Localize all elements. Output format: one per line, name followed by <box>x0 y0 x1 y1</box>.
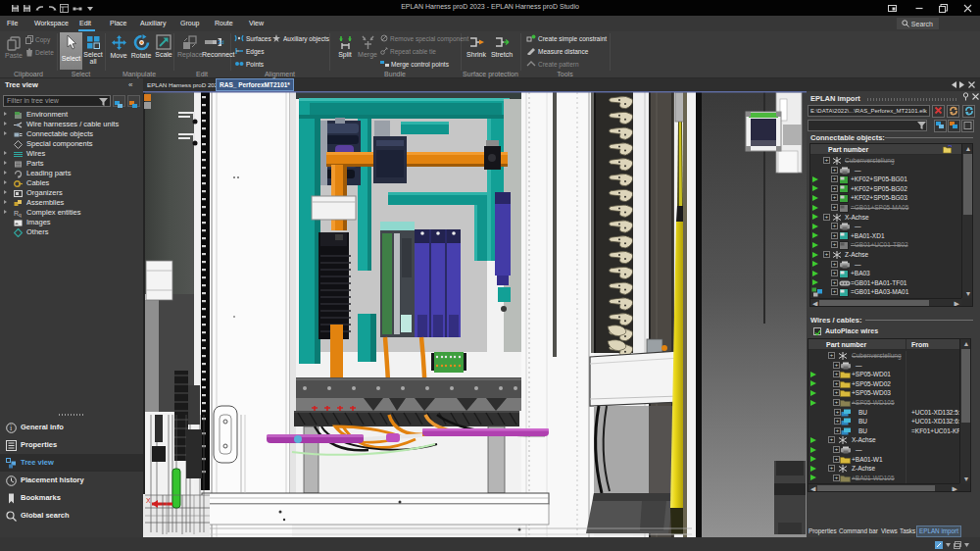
svg-text:3d: 3d <box>218 39 224 45</box>
svg-text:i: i <box>10 424 13 432</box>
svg-text:X: X <box>146 497 151 504</box>
